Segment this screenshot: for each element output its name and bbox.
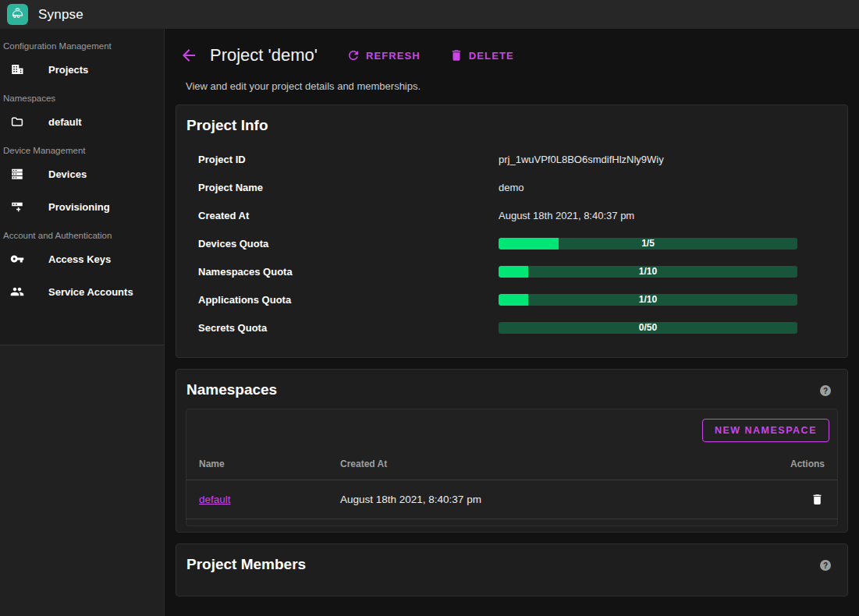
info-row-namespaces-quota: Namespaces Quota 1/10: [198, 257, 797, 285]
project-info-title: Project Info: [186, 117, 268, 134]
created-at-value: August 18th 2021, 8:40:37 pm: [499, 210, 797, 221]
sidebar-section-configuration-management: Configuration Management: [0, 30, 164, 56]
sidebar-section-namespaces: Namespaces: [0, 83, 164, 108]
applications-quota-progressbar: 1/10: [499, 294, 797, 306]
help-icon[interactable]: ?: [820, 560, 831, 571]
page-subtitle: View and edit your project details and m…: [186, 80, 859, 92]
table-header-row: Name Created At Actions: [186, 448, 837, 480]
sidebar-item-label: Provisioning: [48, 201, 110, 213]
field-label: Project ID: [198, 154, 499, 165]
sidebar-item-label: default: [48, 116, 82, 128]
field-label: Secrets Quota: [198, 322, 499, 334]
column-header-created-at: Created At: [340, 458, 778, 469]
building-icon: [10, 62, 24, 76]
column-header-name: Name: [199, 458, 340, 469]
sidebar-section-account-authentication: Account and Authentication: [0, 220, 164, 246]
sidebar-item-label: Devices: [48, 168, 87, 180]
info-row-project-name: Project Name demo: [198, 173, 797, 201]
field-label: Namespaces Quota: [198, 266, 499, 278]
delete-namespace-icon[interactable]: [811, 493, 824, 506]
info-row-created-at: Created At August 18th 2021, 8:40:37 pm: [198, 201, 797, 229]
namespaces-quota-progressbar: 1/10: [499, 266, 797, 278]
page-header: Project 'demo' REFRESH DELETE: [165, 29, 859, 65]
sidebar: Configuration Management Projects Namesp…: [0, 29, 165, 616]
delete-button[interactable]: DELETE: [449, 48, 514, 62]
refresh-button[interactable]: REFRESH: [346, 48, 421, 62]
top-app-bar: Synpse: [0, 0, 859, 29]
field-label: Created At: [198, 210, 499, 221]
namespace-created-at: August 18th 2021, 8:40:37 pm: [340, 494, 778, 505]
project-members-title: Project Members: [186, 556, 306, 573]
sidebar-item-label: Projects: [48, 64, 88, 76]
sidebar-item-service-accounts[interactable]: Service Accounts: [0, 278, 164, 305]
app-title: Synpse: [38, 7, 83, 23]
sidebar-item-projects[interactable]: Projects: [0, 56, 164, 83]
info-row-secrets-quota: Secrets Quota 0/50: [198, 313, 797, 342]
refresh-icon: [346, 48, 360, 62]
trash-icon: [449, 48, 463, 62]
sidebar-item-devices[interactable]: Devices: [0, 161, 164, 187]
main-content: Project 'demo' REFRESH DELETE View and e…: [165, 29, 859, 616]
info-row-project-id: Project ID prj_1wuVPf0L8BO6smdifHlzNly9W…: [198, 145, 797, 173]
namespaces-table-panel: NEW NAMESPACE Name Created At Actions de…: [186, 409, 838, 526]
project-info-card: Project Info Project ID prj_1wuVPf0L8BO6…: [176, 104, 848, 358]
synpse-logo-icon: [7, 4, 28, 25]
sidebar-item-provisioning[interactable]: Provisioning: [0, 193, 164, 220]
column-header-actions: Actions: [778, 458, 825, 469]
refresh-button-label: REFRESH: [366, 50, 421, 62]
project-members-card: Project Members ?: [176, 543, 848, 597]
sidebar-item-label: Service Accounts: [48, 286, 133, 298]
people-icon: [10, 285, 24, 299]
sidebar-section-device-management: Device Management: [0, 135, 164, 161]
progress-text: 1/5: [499, 238, 797, 250]
page-title: Project 'demo': [210, 45, 318, 65]
namespace-link-default[interactable]: default: [199, 494, 231, 505]
progress-text: 1/10: [499, 294, 797, 306]
key-icon: [10, 252, 24, 266]
back-arrow-icon[interactable]: [179, 46, 198, 65]
sidebar-item-default-namespace[interactable]: default: [0, 108, 164, 135]
table-row: default August 18th 2021, 8:40:37 pm: [186, 480, 837, 519]
namespaces-title: Namespaces: [186, 381, 277, 398]
secrets-quota-progressbar: 0/50: [499, 322, 797, 334]
namespaces-card: Namespaces ? NEW NAMESPACE Name Created …: [176, 369, 848, 533]
server-plus-icon: [10, 200, 24, 214]
devices-quota-progressbar: 1/5: [499, 238, 797, 250]
field-label: Project Name: [198, 182, 499, 193]
new-namespace-button[interactable]: NEW NAMESPACE: [702, 419, 829, 442]
progress-text: 1/10: [499, 266, 797, 278]
info-row-devices-quota: Devices Quota 1/5: [198, 229, 797, 257]
folder-icon: [10, 115, 24, 129]
project-name-value: demo: [499, 182, 797, 193]
delete-button-label: DELETE: [469, 50, 514, 62]
project-info-rows: Project ID prj_1wuVPf0L8BO6smdifHlzNly9W…: [176, 134, 847, 357]
server-icon: [10, 167, 24, 181]
field-label: Devices Quota: [198, 238, 499, 250]
sidebar-item-access-keys[interactable]: Access Keys: [0, 246, 164, 272]
sidebar-item-label: Access Keys: [48, 253, 111, 265]
info-row-applications-quota: Applications Quota 1/10: [198, 285, 797, 313]
progress-text: 0/50: [499, 322, 797, 334]
field-label: Applications Quota: [198, 294, 499, 306]
help-icon[interactable]: ?: [820, 385, 831, 396]
sidebar-nav-list: Configuration Management Projects Namesp…: [0, 29, 164, 345]
project-id-value: prj_1wuVPf0L8BO6smdifHlzNly9Wiy: [499, 154, 797, 165]
